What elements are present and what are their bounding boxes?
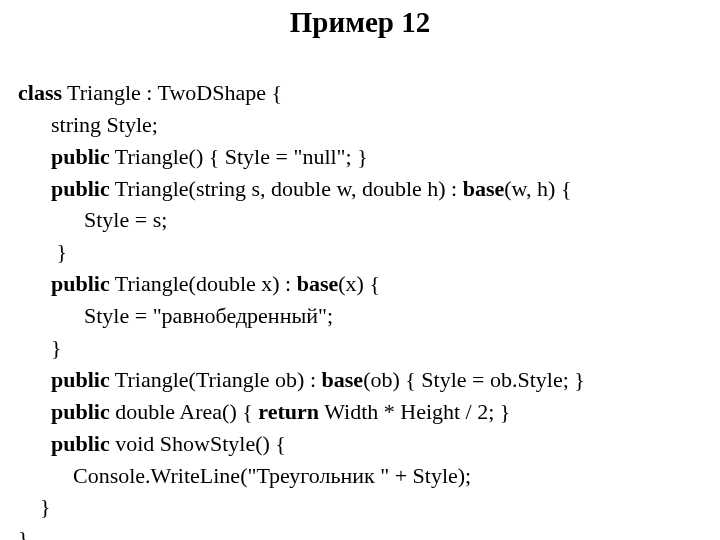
keyword-public: public: [51, 144, 110, 169]
keyword-class: class: [18, 80, 62, 105]
keyword-public: public: [51, 176, 110, 201]
keyword-public: public: [51, 367, 110, 392]
code-line: Style = s;: [18, 207, 167, 232]
keyword-base: base: [322, 367, 364, 392]
code-line: public Triangle(string s, double w, doub…: [18, 176, 571, 201]
slide-title: Пример 12: [18, 6, 702, 39]
keyword-base: base: [297, 271, 339, 296]
code-block: class Triangle : TwoDShape { string Styl…: [18, 45, 702, 540]
code-line: public double Area() { return Width * He…: [18, 399, 510, 424]
code-line: }: [18, 239, 67, 264]
code-line: public Triangle() { Style = "null"; }: [18, 144, 368, 169]
keyword-public: public: [51, 431, 110, 456]
code-line: }: [18, 526, 29, 540]
code-line: public Triangle(double x) : base(x) {: [18, 271, 380, 296]
code-line: class Triangle : TwoDShape {: [18, 80, 282, 105]
keyword-public: public: [51, 271, 110, 296]
keyword-base: base: [463, 176, 505, 201]
keyword-public: public: [51, 399, 110, 424]
keyword-return: return: [258, 399, 319, 424]
code-line: }: [18, 335, 62, 360]
code-line: }: [18, 494, 51, 519]
slide: Пример 12 class Triangle : TwoDShape { s…: [0, 0, 720, 540]
code-line: public Triangle(Triangle ob) : base(ob) …: [18, 367, 585, 392]
code-line: Style = "равнобедренный";: [18, 303, 333, 328]
code-line: public void ShowStyle() {: [18, 431, 286, 456]
code-line: Console.WriteLine("Треугольник " + Style…: [18, 463, 471, 488]
code-line: string Style;: [18, 112, 158, 137]
